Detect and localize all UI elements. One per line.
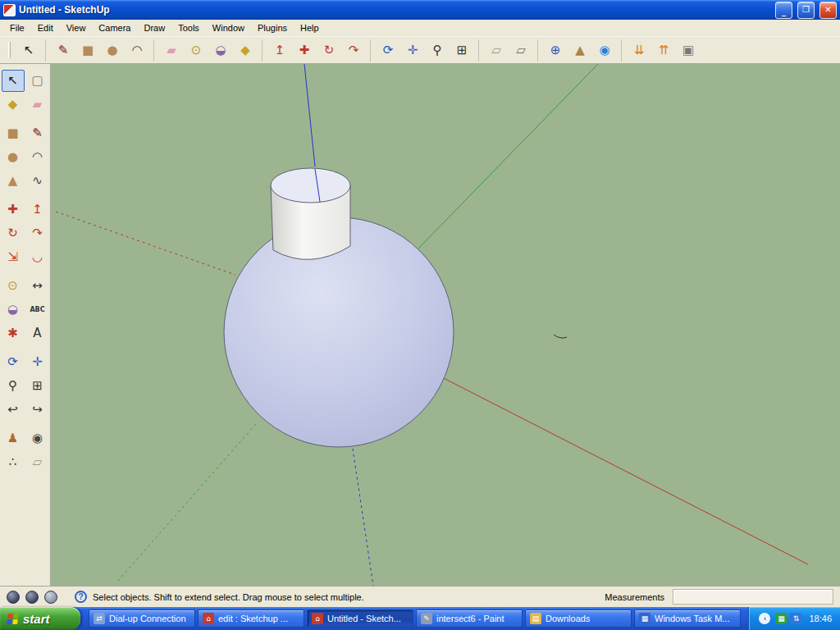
tool-group: ▱▱	[478, 39, 532, 62]
rotate-tool-button[interactable]: ↻	[2, 222, 25, 244]
credit-attribution-status-icon[interactable]	[25, 591, 39, 604]
push-pull-tool-button[interactable]: ↥	[26, 199, 49, 221]
tape-measure-tool-button[interactable]: ⊙	[2, 275, 25, 297]
tool-group: ♟◉∴▱	[0, 427, 50, 473]
freehand-tool-button[interactable]: ∿	[26, 170, 49, 192]
push-pull-tool-button[interactable]: ↥	[268, 39, 291, 62]
taskbar-item-sketchup-edit[interactable]: ⌂edit : Sketchup ...	[198, 609, 304, 628]
tape-measure-icon: ⊙	[191, 44, 202, 57]
circle-tool-button[interactable]: ●	[2, 146, 25, 168]
display-section-cuts-tool-button[interactable]: ▱	[509, 39, 532, 62]
arc-tool-button[interactable]: ◠	[126, 39, 148, 62]
line-tool-button[interactable]: ✎	[26, 122, 49, 144]
hide-icons-button[interactable]: ‹	[759, 613, 770, 624]
follow-me-tool-button[interactable]: ↷	[342, 39, 365, 62]
make-component-tool-button[interactable]: ▢	[26, 70, 49, 92]
get-models-tool-button[interactable]: ⇊	[628, 39, 651, 62]
follow-me-tool-button[interactable]: ↷	[26, 222, 49, 244]
zoom-tool-button[interactable]: ⚲	[426, 39, 449, 62]
restore-button[interactable]: ❐	[797, 2, 815, 19]
menu-window[interactable]: Window	[206, 21, 251, 34]
zoom-extents-tool-button[interactable]: ⊞	[26, 375, 49, 397]
section-plane-tool-button[interactable]: ▱	[26, 451, 49, 473]
text-tool-button[interactable]: ABC	[26, 299, 49, 321]
share-models-tool-button[interactable]: ⇈	[652, 39, 675, 62]
paint-bucket-tool-button[interactable]: ◆	[234, 39, 257, 62]
preview-in-google-earth-tool-button[interactable]: ◉	[593, 39, 616, 62]
large-tool-set: ↖▢◆▰■✎●◠▲∿✚↥↻↷⇲◡⊙↔◒ABC✱A⟳✛⚲⊞↩↪♟◉∴▱	[0, 64, 51, 586]
display-section-planes-tool-button[interactable]: ▱	[485, 39, 508, 62]
scale-tool-button[interactable]: ⇲	[2, 246, 25, 268]
menu-help[interactable]: Help	[294, 21, 326, 34]
3d-text-tool-button[interactable]: A	[26, 322, 49, 345]
menu-edit[interactable]: Edit	[31, 21, 60, 34]
menu-tools[interactable]: Tools	[171, 21, 206, 34]
protractor-tool-button[interactable]: ◒	[2, 299, 25, 321]
task-manager-tray-icon[interactable]: ▦	[775, 613, 787, 624]
paint-intersect6-icon: ✎	[421, 613, 432, 624]
sign-in-status-icon[interactable]	[44, 591, 57, 604]
minimize-button[interactable]: _	[775, 2, 792, 19]
rectangle-tool-button[interactable]: ■	[76, 39, 99, 62]
menu-camera[interactable]: Camera	[92, 21, 137, 34]
taskbar-item-label: intersect6 - Paint	[436, 614, 504, 623]
select-tool-button[interactable]: ↖	[17, 39, 40, 62]
help-icon[interactable]: ?	[75, 591, 87, 603]
model-warehouse-tool-button[interactable]: ▣	[677, 39, 700, 62]
toolbar-grip[interactable]	[8, 42, 11, 58]
orbit-tool-button[interactable]: ⟳	[377, 39, 399, 62]
move-tool-button[interactable]: ✚	[2, 199, 25, 221]
axes-tool-button[interactable]: ✱	[2, 322, 25, 345]
model-viewport[interactable]	[51, 64, 840, 586]
protractor-tool-button[interactable]: ◒	[209, 39, 232, 62]
geolocation-status-icon[interactable]	[7, 591, 20, 604]
measurements-input[interactable]	[673, 589, 833, 605]
next-tool-button[interactable]: ↪	[26, 399, 49, 421]
taskbar-item-paint-intersect6[interactable]: ✎intersect6 - Paint	[416, 609, 523, 628]
titlebar[interactable]: Untitled - SketchUp _ ❐ ✕	[0, 0, 840, 20]
toggle-terrain-tool-button[interactable]: ▲	[568, 39, 591, 62]
walk-tool-button[interactable]: ∴	[2, 451, 25, 473]
menu-plugins[interactable]: Plugins	[251, 21, 294, 34]
taskbar-item-dialup-connection[interactable]: ⇄Dial-up Connection	[89, 609, 195, 628]
dimension-tool-button[interactable]: ↔	[26, 275, 49, 297]
taskbar-item-downloads-folder[interactable]: ▤Downloads	[525, 609, 632, 628]
look-around-tool-button[interactable]: ◉	[26, 427, 49, 450]
line-tool-button[interactable]: ✎	[52, 39, 75, 62]
circle-tool-button[interactable]: ●	[101, 39, 124, 62]
taskbar-item-sketchup-untitled[interactable]: ⌂Untitled - Sketch...	[307, 609, 413, 628]
pan-tool-button[interactable]: ✛	[401, 39, 424, 62]
arc-tool-button[interactable]: ◠	[26, 146, 49, 168]
previous-tool-button[interactable]: ↩	[2, 399, 25, 421]
tape-measure-tool-button[interactable]: ⊙	[185, 39, 208, 62]
menu-view[interactable]: View	[60, 21, 93, 34]
rotate-tool-button[interactable]: ↻	[317, 39, 340, 62]
tray-icons: ▦⇅	[775, 613, 801, 624]
position-camera-tool-button[interactable]: ♟	[2, 427, 25, 450]
network-tray-icon[interactable]: ⇅	[790, 613, 801, 624]
eraser-tool-button[interactable]: ▰	[26, 94, 49, 116]
viewport-canvas[interactable]	[51, 64, 840, 586]
window-title: Untitled - SketchUp	[19, 4, 770, 16]
tool-group: ⊕▲◉	[537, 39, 616, 62]
taskbar-item-task-manager[interactable]: ▦Windows Task M...	[634, 609, 741, 628]
arc-icon: ◠	[131, 44, 142, 57]
pan-tool-button[interactable]: ✛	[26, 351, 49, 373]
menu-draw[interactable]: Draw	[137, 21, 171, 34]
move-tool-button[interactable]: ✚	[293, 39, 316, 62]
orbit-tool-button[interactable]: ⟳	[2, 351, 25, 373]
menu-file[interactable]: File	[3, 21, 31, 34]
eraser-tool-button[interactable]: ▰	[160, 39, 183, 62]
start-button[interactable]: start	[0, 607, 80, 630]
select-tool-button[interactable]: ↖	[2, 70, 25, 92]
polygon-tool-button[interactable]: ▲	[2, 170, 25, 192]
clock[interactable]: 18:46	[809, 614, 832, 623]
zoom-tool-button[interactable]: ⚲	[2, 375, 25, 397]
offset-tool-button[interactable]: ◡	[26, 246, 49, 268]
zoom-extents-tool-button[interactable]: ⊞	[450, 39, 473, 62]
add-location-tool-button[interactable]: ⊕	[544, 39, 567, 62]
close-button[interactable]: ✕	[819, 2, 837, 19]
cylinder-top-face[interactable]	[271, 168, 350, 203]
paint-bucket-tool-button[interactable]: ◆	[2, 94, 25, 116]
rectangle-tool-button[interactable]: ■	[2, 122, 25, 144]
